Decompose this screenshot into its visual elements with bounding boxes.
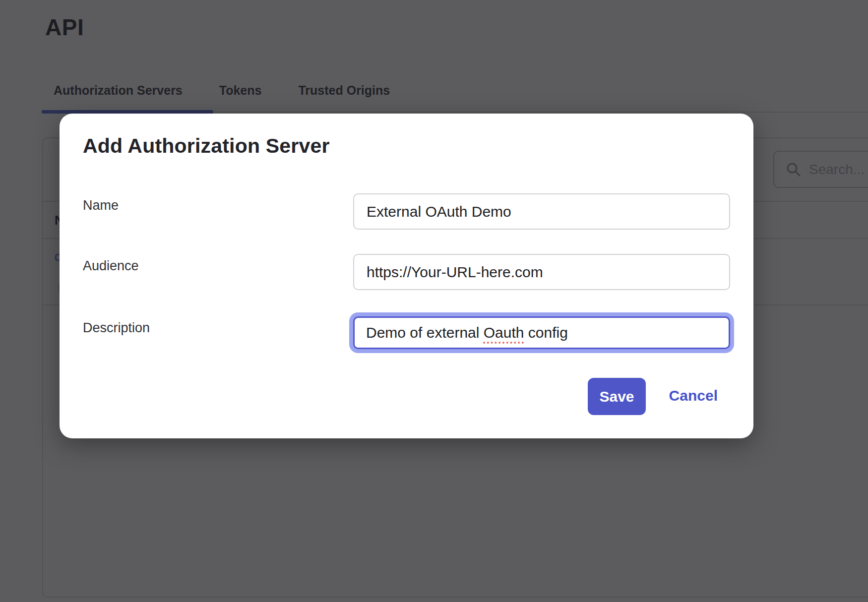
description-field-row: Description Demo of external Oauth confi… — [83, 316, 730, 349]
description-label: Description — [83, 316, 353, 349]
audience-input[interactable] — [353, 254, 730, 290]
description-text-prefix: Demo of external — [366, 324, 484, 341]
name-field-row: Name — [83, 193, 730, 230]
audience-label: Audience — [83, 254, 353, 290]
cancel-button[interactable]: Cancel — [669, 387, 718, 404]
modal-title: Add Authorization Server — [83, 134, 330, 158]
add-authorization-server-modal: Add Authorization Server Name Audience D… — [60, 114, 753, 438]
misspelled-word: Oauth — [484, 324, 524, 341]
save-button[interactable]: Save — [588, 378, 646, 415]
name-input[interactable] — [353, 193, 730, 230]
name-label: Name — [83, 193, 353, 230]
description-text-suffix: config — [524, 324, 568, 341]
audience-field-row: Audience — [83, 254, 730, 290]
description-input[interactable]: Demo of external Oauth config — [353, 316, 730, 349]
